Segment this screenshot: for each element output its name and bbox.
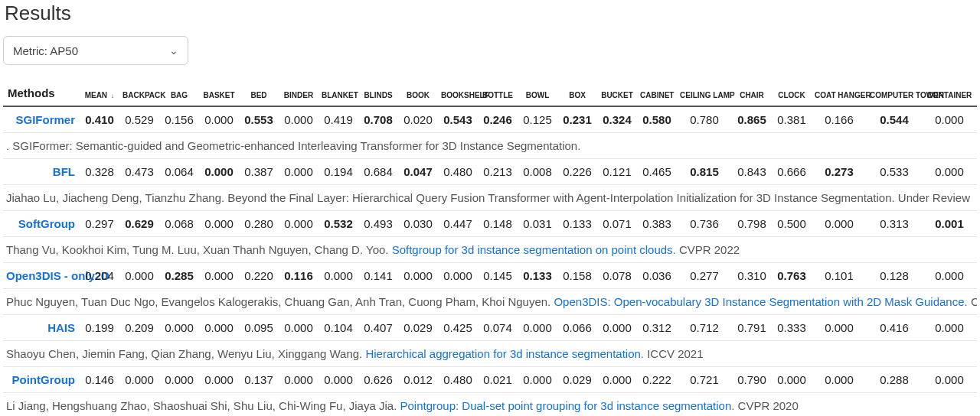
col-chair[interactable]: CHAIR xyxy=(732,82,772,106)
value-cell: 0.543 xyxy=(438,106,478,133)
value-cell: 0.146 xyxy=(80,367,119,393)
col-clock[interactable]: CLOCK xyxy=(772,82,812,106)
value-cell: 0.798 xyxy=(732,211,772,237)
value-cell: 0.865 xyxy=(732,106,772,133)
value-cell: 0.000 xyxy=(398,263,438,289)
value-cell: 0.425 xyxy=(438,315,478,341)
value-cell: 0.000 xyxy=(438,263,478,289)
value-cell: 0.000 xyxy=(318,263,358,289)
col-basket[interactable]: BASKET xyxy=(199,82,239,106)
col-coat-hanger[interactable]: COAT HANGER xyxy=(812,82,867,106)
value-cell: 0.580 xyxy=(637,106,677,133)
value-cell: 0.199 xyxy=(80,315,119,341)
col-cabinet[interactable]: CABINET xyxy=(637,82,677,106)
citation-link[interactable]: Hierarchical aggregation for 3d instance… xyxy=(365,347,644,360)
chevron-down-icon: ⌄ xyxy=(169,44,178,57)
sort-desc-icon: ↓ xyxy=(111,92,115,99)
citation-link[interactable]: Softgroup for 3d instance segmentation o… xyxy=(392,243,676,256)
col-ceiling-lamp[interactable]: CEILING LAMP xyxy=(677,82,732,106)
value-cell: 0.000 xyxy=(812,315,867,341)
col-blinds[interactable]: BLINDS xyxy=(358,82,398,106)
value-cell: 0.000 xyxy=(318,367,358,393)
value-cell: 0.095 xyxy=(239,315,279,341)
method-name[interactable]: Open3DIS - only2D xyxy=(3,263,80,289)
value-cell: 0.213 xyxy=(478,159,518,185)
value-cell: 0.387 xyxy=(239,159,279,185)
value-cell: 0.447 xyxy=(438,211,478,237)
value-cell: 0.222 xyxy=(637,367,677,393)
value-cell: 0.021 xyxy=(478,367,518,393)
col-mean[interactable]: MEAN ↓ xyxy=(80,82,119,106)
value-cell: 0.246 xyxy=(478,106,518,133)
value-cell: 0.328 xyxy=(80,159,119,185)
value-cell: 0.001 xyxy=(922,211,977,237)
value-cell: 0.000 xyxy=(199,211,239,237)
value-cell: 0.166 xyxy=(812,106,867,133)
caption-cell: Shaoyu Chen, Jiemin Fang, Qian Zhang, We… xyxy=(3,341,977,367)
value-cell: 0.000 xyxy=(922,367,977,393)
method-name[interactable]: SoftGroup xyxy=(3,211,80,237)
value-cell: 0.000 xyxy=(922,106,977,133)
value-cell: 0.101 xyxy=(812,263,867,289)
method-name[interactable]: HAIS xyxy=(3,315,80,341)
method-name[interactable]: SGIFormer xyxy=(3,106,80,133)
value-cell: 0.410 xyxy=(80,106,119,133)
col-bucket[interactable]: BUCKET xyxy=(597,82,637,106)
col-container[interactable]: CONTAINER xyxy=(922,82,977,106)
method-name: BFL xyxy=(3,159,80,185)
table-row: SoftGroup0.2970.6290.0680.0000.2800.0000… xyxy=(3,211,977,237)
method-name[interactable]: PointGroup xyxy=(3,367,80,393)
value-cell: 0.553 xyxy=(239,106,279,133)
value-cell: 0.721 xyxy=(677,367,732,393)
citation-link[interactable]: Open3DIS: Open-vocabulary 3D Instance Se… xyxy=(554,295,967,308)
value-cell: 0.066 xyxy=(557,315,597,341)
citation-link[interactable]: Pointgroup: Dual-set point grouping for … xyxy=(400,399,734,412)
col-bookshelf[interactable]: BOOKSHELF xyxy=(438,82,478,106)
results-table-scroll[interactable]: MethodsMEAN ↓BACKPACKBAGBASKETBEDBINDERB… xyxy=(3,82,977,416)
col-methods[interactable]: Methods xyxy=(3,82,80,106)
caption-cell: Li Jiang, Hengshuang Zhao, Shaoshuai Shi… xyxy=(3,393,977,417)
value-cell: 0.036 xyxy=(637,263,677,289)
col-bottle[interactable]: BOTTLE xyxy=(478,82,518,106)
value-cell: 0.533 xyxy=(867,159,922,185)
caption-row: Shaoyu Chen, Jiemin Fang, Qian Zhang, We… xyxy=(3,341,977,367)
value-cell: 0.116 xyxy=(279,263,318,289)
value-cell: 0.313 xyxy=(867,211,922,237)
value-cell: 0.204 xyxy=(80,263,119,289)
value-cell: 0.141 xyxy=(358,263,398,289)
col-blanket[interactable]: BLANKET xyxy=(318,82,358,106)
table-row: HAIS0.1990.2090.0000.0000.0950.0000.1040… xyxy=(3,315,977,341)
value-cell: 0.008 xyxy=(518,159,557,185)
value-cell: 0.029 xyxy=(557,367,597,393)
col-binder[interactable]: BINDER xyxy=(279,82,318,106)
value-cell: 0.145 xyxy=(478,263,518,289)
value-cell: 0.736 xyxy=(677,211,732,237)
value-cell: 0.226 xyxy=(557,159,597,185)
value-cell: 0.473 xyxy=(119,159,159,185)
value-cell: 0.000 xyxy=(159,315,199,341)
col-box[interactable]: BOX xyxy=(557,82,597,106)
value-cell: 0.532 xyxy=(318,211,358,237)
value-cell: 0.148 xyxy=(478,211,518,237)
value-cell: 0.000 xyxy=(772,367,812,393)
caption-row: Thang Vu, Kookhoi Kim, Tung M. Luu, Xuan… xyxy=(3,237,977,263)
value-cell: 0.626 xyxy=(358,367,398,393)
value-cell: 0.288 xyxy=(867,367,922,393)
col-book[interactable]: BOOK xyxy=(398,82,438,106)
caption-cell: Phuc Nguyen, Tuan Duc Ngo, Evangelos Kal… xyxy=(3,289,977,315)
col-backpack[interactable]: BACKPACK xyxy=(119,82,159,106)
metric-select[interactable]: Metric: AP50 ⌄ xyxy=(3,36,188,65)
value-cell: 0.000 xyxy=(922,159,977,185)
col-computer-tower[interactable]: COMPUTER TOWER xyxy=(867,82,922,106)
caption-row: Phuc Nguyen, Tuan Duc Ngo, Evangelos Kal… xyxy=(3,289,977,315)
table-row: Open3DIS - only2D0.2040.0000.2850.0000.2… xyxy=(3,263,977,289)
value-cell: 0.000 xyxy=(199,367,239,393)
value-cell: 0.310 xyxy=(732,263,772,289)
value-cell: 0.000 xyxy=(922,263,977,289)
value-cell: 0.285 xyxy=(159,263,199,289)
value-cell: 0.000 xyxy=(812,367,867,393)
table-row: BFL0.3280.4730.0640.0000.3870.0000.1940.… xyxy=(3,159,977,185)
col-bed[interactable]: BED xyxy=(239,82,279,106)
col-bowl[interactable]: BOWL xyxy=(518,82,557,106)
value-cell: 0.684 xyxy=(358,159,398,185)
